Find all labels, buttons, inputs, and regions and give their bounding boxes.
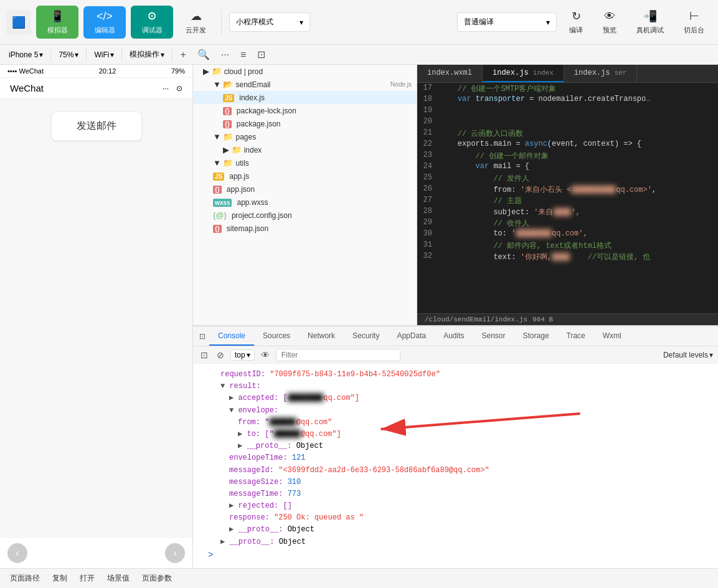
devtools-tab-network[interactable]: Network	[299, 326, 344, 346]
devtools-tab-sensor[interactable]: Sensor	[473, 326, 514, 346]
editor-icon: </>	[97, 10, 113, 23]
chevron-down-icon: ▾	[75, 50, 78, 59]
code-line-19: 19	[417, 105, 718, 116]
device-select[interactable]: iPhone 5 ▾	[5, 49, 47, 60]
console-line-msgsize: messageSize: 310	[203, 477, 708, 488]
phone-icon: 📲	[643, 9, 657, 23]
devtools-tab-storage[interactable]: Storage	[514, 326, 558, 346]
console-line-rejected[interactable]: ▶ rejected: []	[203, 500, 708, 512]
folder-icon-index: ▶ 📁	[223, 145, 242, 154]
add-tab-button[interactable]: +	[176, 48, 189, 62]
realtest-button[interactable]: 📲 真机调试	[629, 6, 671, 39]
console-line-response: response: "250 Ok: queued as "	[203, 512, 708, 524]
cloud-button[interactable]: ☁ 云开发	[178, 6, 214, 39]
tree-item-projectconfig[interactable]: {@} project.config.json	[193, 209, 417, 222]
devtools-tab-trace[interactable]: Trace	[558, 326, 594, 346]
right-panel: ▶ 📁 cloud | prod ▼ 📂 sendEmail Node.js J…	[193, 65, 718, 568]
devtools-tab-security[interactable]: Security	[344, 326, 388, 346]
back-arrow[interactable]: ‹	[7, 543, 27, 563]
cloud-icon: ☁	[191, 9, 202, 23]
filter-input[interactable]	[276, 349, 400, 361]
wechat-dots: ···	[163, 84, 169, 93]
mode-dropdown[interactable]: 小程序模式 ▾	[229, 12, 310, 32]
zoom-select[interactable]: 75% ▾	[55, 49, 82, 60]
code-line-24: 24 var mail = {	[417, 161, 718, 173]
tree-item-pages[interactable]: ▼ 📁 pages	[193, 130, 417, 143]
tree-item-cloud[interactable]: ▶ 📁 cloud | prod	[193, 65, 417, 78]
tree-item-utils[interactable]: ▼ 📁 utils	[193, 156, 417, 169]
devtools-tab-sources[interactable]: Sources	[254, 326, 299, 346]
code-line-21: 21 // 云函数入口函数	[417, 128, 718, 139]
tree-item-package[interactable]: {} package.json	[193, 117, 417, 130]
eye-toggle-btn[interactable]: 👁	[258, 349, 272, 361]
tab-indexjs-active[interactable]: index.js index	[483, 65, 564, 82]
default-levels-dropdown[interactable]: Default levels ▾	[663, 351, 713, 359]
context-select[interactable]: top ▾	[230, 349, 255, 361]
simulator-button[interactable]: 📱 模拟器	[36, 6, 78, 39]
console-line-envelope[interactable]: ▼ envelope:	[203, 405, 708, 417]
layout-button[interactable]: ⊡	[253, 47, 269, 62]
page-path-btn[interactable]: 页面路径	[7, 572, 42, 585]
devtools-tab-wxml[interactable]: Wxml	[594, 326, 630, 346]
console-line-result[interactable]: ▼ result:	[203, 381, 708, 392]
page-params-btn[interactable]: 页面参数	[139, 572, 174, 585]
chevron-down-icon: ▾	[300, 18, 303, 27]
tree-item-packagelock[interactable]: {} package-lock.json	[193, 104, 417, 117]
second-toolbar: iPhone 5 ▾ 75% ▾ WiFi ▾ 模拟操作 ▾ + 🔍 ··· ≡…	[0, 45, 718, 65]
editor-button[interactable]: </> 编辑器	[83, 6, 126, 39]
code-line-30: 30 to: '████████qq.com',	[417, 229, 718, 240]
devtools-tab-appdata[interactable]: AppData	[388, 326, 435, 346]
settings-button[interactable]: ≡	[237, 48, 250, 62]
tree-item-sendEmail[interactable]: ▼ 📂 sendEmail Node.js	[193, 78, 417, 91]
console-line-accepted[interactable]: ▶ accepted: [████████qq.com"]	[203, 392, 708, 404]
editor-footer: /cloud/sendEmail/index.js 964 B	[417, 313, 718, 325]
code-line-25: 25 // 发件人	[417, 173, 718, 184]
console-clear-btn[interactable]: ⊡	[198, 349, 210, 361]
tree-item-appwxss[interactable]: wxss app.wxss	[193, 196, 417, 209]
open-btn[interactable]: 打开	[77, 572, 97, 585]
console-line-proto1[interactable]: ▶ __proto__: Object	[203, 440, 708, 452]
console-line-proto3[interactable]: ▶ __proto__: Object	[203, 536, 708, 548]
editor-tabs: index.wxml index.js index index.js ser	[417, 65, 718, 83]
copy-btn[interactable]: 复制	[50, 572, 70, 585]
compile-dropdown[interactable]: 普通编译 ▾	[457, 12, 557, 32]
console-line-proto2[interactable]: ▶ __proto__: Object	[203, 524, 708, 536]
code-line-26: 26 from: '来自小石头 <██████████qq.com>',	[417, 184, 718, 195]
devtools-cursor-icon[interactable]: ⊡	[196, 326, 209, 346]
tab-indexwxml[interactable]: index.wxml	[417, 65, 483, 82]
console-line-msgtime: messageTime: 773	[203, 488, 708, 500]
console-line-prompt[interactable]: >	[203, 548, 708, 562]
forward-arrow[interactable]: ›	[165, 543, 185, 563]
tree-item-index[interactable]: ▶ 📁 index	[193, 143, 417, 156]
code-line-18: 18 var transporter = nodemailer.createTr…	[417, 94, 718, 105]
app-layout: 🟦 📱 模拟器 </> 编辑器 ⚙ 调试器 ☁ 云开发 小程序模式 ▾ 普通编译…	[0, 0, 718, 588]
tree-item-sitemap[interactable]: {} sitemap.json	[193, 222, 417, 235]
json-file-icon-2: {}	[223, 120, 232, 128]
devtools-tab-audits[interactable]: Audits	[435, 326, 473, 346]
preview-button[interactable]: 👁 预览	[595, 6, 624, 39]
wifi-select[interactable]: WiFi ▾	[90, 49, 118, 60]
wxss-file-icon: wxss	[213, 199, 232, 207]
ops-select[interactable]: 模拟操作 ▾	[126, 48, 168, 61]
wechat-record: ⊙	[176, 84, 182, 93]
console-pause-btn[interactable]: ⊘	[214, 349, 227, 361]
compile-button[interactable]: ↻ 编译	[562, 6, 590, 39]
more-button[interactable]: ···	[217, 48, 233, 62]
tree-item-appjs[interactable]: JS app.js	[193, 169, 417, 183]
code-line-32: 32 text: '你好啊,████ //可以是链接, 也	[417, 251, 718, 262]
search-button[interactable]: 🔍	[194, 47, 214, 62]
debugger-button[interactable]: ⚙ 调试器	[131, 6, 173, 39]
tree-item-indexjs[interactable]: JS index.js	[193, 91, 417, 104]
cut-button[interactable]: ⊢ 切后台	[676, 6, 712, 39]
console-line-to[interactable]: ▶ to: ["██████@qq.com"]	[203, 429, 708, 440]
tree-item-appjson[interactable]: {} app.json	[193, 183, 417, 196]
toolbar-sep-4	[172, 49, 172, 61]
console-line-envtime: envelopeTime: 121	[203, 452, 708, 464]
toolbar-sep-2	[86, 49, 87, 61]
phone-simulator: •••• WeChat 20:12 79% WeChat ··· ⊙ 发送邮件 …	[0, 65, 193, 568]
tab-indexjs-ser[interactable]: index.js ser	[564, 65, 638, 82]
devtools-tab-console[interactable]: Console	[209, 326, 254, 346]
toolbar-sep-1	[50, 49, 51, 61]
scene-value-btn[interactable]: 场景值	[105, 572, 132, 585]
send-email-button[interactable]: 发送邮件	[51, 111, 142, 141]
